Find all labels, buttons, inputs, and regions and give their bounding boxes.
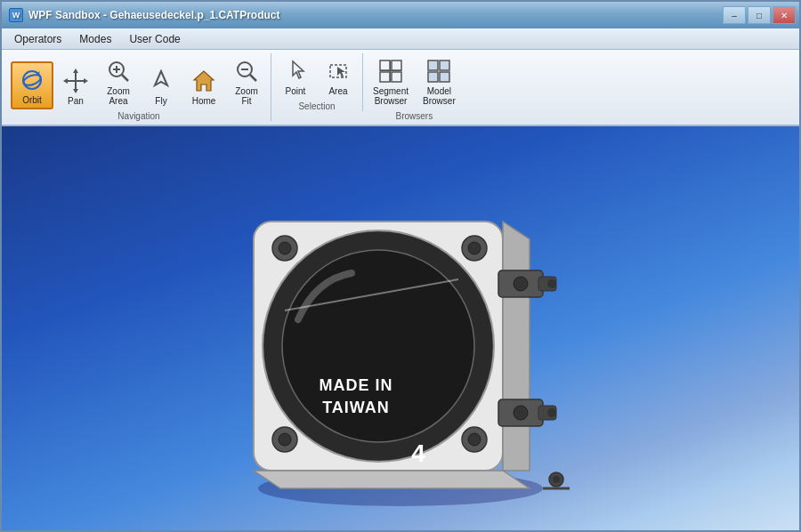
- model-svg: MADE IN TAIWAN 4: [156, 141, 645, 515]
- model-browser-button[interactable]: ModelBrowser: [417, 53, 462, 109]
- area-label: Area: [328, 86, 347, 96]
- model-text-number: 4: [411, 439, 425, 467]
- model-browser-icon: [425, 57, 453, 85]
- svg-marker-14: [194, 71, 214, 91]
- navigation-buttons: Orbit Pan: [11, 53, 267, 109]
- menu-bar: Operators Modes User Code: [2, 28, 799, 50]
- model-text-taiwan: TAIWAN: [322, 399, 390, 416]
- area-icon: [324, 57, 352, 85]
- browsers-buttons: SegmentBrowser ModelBrowser: [367, 53, 462, 109]
- svg-point-52: [553, 476, 560, 483]
- window-controls: – □ ✕: [723, 6, 796, 24]
- svg-rect-28: [440, 72, 449, 82]
- svg-point-48: [514, 406, 528, 420]
- segment-browser-icon: [376, 57, 405, 85]
- zoom-fit-icon: [232, 57, 261, 85]
- menu-operators[interactable]: Operators: [5, 31, 70, 47]
- svg-marker-8: [84, 78, 88, 84]
- navigation-group-label: Navigation: [117, 111, 159, 121]
- svg-rect-27: [428, 72, 438, 82]
- home-icon: [190, 67, 218, 95]
- model-browser-label: ModelBrowser: [423, 86, 456, 106]
- svg-rect-22: [392, 72, 401, 82]
- pan-button[interactable]: Pan: [55, 63, 96, 109]
- svg-point-42: [468, 433, 481, 446]
- point-button[interactable]: Point: [275, 53, 316, 100]
- segment-browser-button[interactable]: SegmentBrowser: [367, 53, 415, 109]
- close-button[interactable]: ✕: [773, 6, 796, 24]
- home-button[interactable]: Home: [183, 63, 224, 109]
- svg-rect-26: [440, 60, 449, 70]
- orbit-button[interactable]: Orbit: [11, 61, 53, 109]
- svg-point-36: [279, 242, 291, 254]
- toolbar: Orbit Pan: [2, 50, 799, 126]
- svg-rect-25: [428, 60, 438, 70]
- menu-modes[interactable]: Modes: [70, 31, 120, 47]
- svg-rect-20: [392, 60, 401, 70]
- title-bar: W WPF Sandbox - Gehaeusedeckel.p_1.CATPr…: [2, 2, 799, 28]
- zoom-area-button[interactable]: ZoomArea: [98, 53, 139, 109]
- home-label: Home: [192, 96, 216, 106]
- svg-line-16: [250, 75, 256, 81]
- area-button[interactable]: Area: [318, 53, 359, 100]
- point-icon: [281, 57, 310, 85]
- toolbar-group-selection: Point Area Selection: [271, 53, 363, 111]
- app-icon: W: [9, 8, 23, 22]
- svg-point-44: [514, 277, 528, 291]
- zoom-fit-button[interactable]: ZoomFit: [226, 53, 267, 109]
- svg-point-38: [468, 242, 481, 254]
- model-text-made-in: MADE IN: [320, 376, 393, 394]
- svg-point-40: [279, 433, 291, 446]
- svg-line-10: [122, 75, 128, 81]
- browsers-group-label: Browsers: [396, 111, 433, 121]
- fly-button[interactable]: Fly: [141, 63, 182, 109]
- window-title: WPF Sandbox - Gehaeusedeckel.p_1.CATProd…: [28, 9, 280, 21]
- selection-buttons: Point Area: [275, 53, 359, 100]
- toolbar-group-navigation: Orbit Pan: [7, 53, 271, 121]
- pan-label: Pan: [68, 96, 84, 106]
- orbit-label: Orbit: [22, 95, 42, 105]
- segment-browser-label: SegmentBrowser: [373, 86, 409, 106]
- zoom-area-icon: [104, 57, 133, 85]
- svg-marker-5: [73, 69, 78, 73]
- zoom-area-label: ZoomArea: [107, 86, 130, 106]
- svg-point-50: [547, 408, 556, 417]
- svg-point-46: [547, 279, 556, 288]
- selection-group-label: Selection: [298, 101, 335, 111]
- zoom-fit-label: ZoomFit: [235, 86, 258, 106]
- orbit-icon: [18, 66, 46, 94]
- svg-rect-21: [380, 72, 390, 82]
- main-window: W WPF Sandbox - Gehaeusedeckel.p_1.CATPr…: [0, 0, 801, 532]
- svg-marker-6: [73, 89, 78, 93]
- point-label: Point: [286, 86, 306, 96]
- viewport[interactable]: MADE IN TAIWAN 4: [2, 126, 799, 530]
- svg-marker-7: [63, 78, 68, 84]
- 3d-model: MADE IN TAIWAN 4: [156, 141, 645, 515]
- fly-icon: [147, 67, 175, 95]
- fly-label: Fly: [155, 96, 166, 106]
- menu-user-code[interactable]: User Code: [120, 31, 189, 47]
- svg-marker-13: [155, 71, 167, 85]
- svg-rect-19: [380, 60, 390, 70]
- pan-icon: [61, 67, 90, 95]
- minimize-button[interactable]: –: [723, 6, 746, 24]
- maximize-button[interactable]: □: [748, 6, 771, 24]
- toolbar-group-browsers: SegmentBrowser ModelBrowser Browsers: [363, 53, 465, 121]
